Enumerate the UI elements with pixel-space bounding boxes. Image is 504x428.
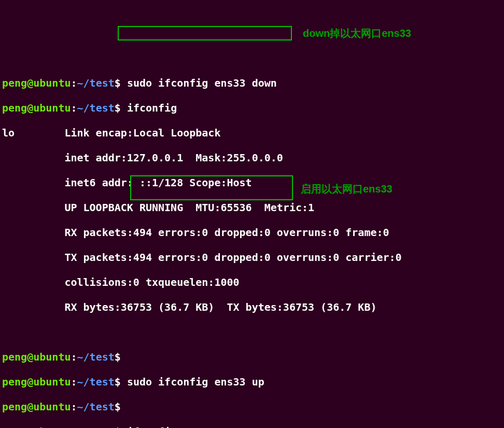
terminal-line[interactable]: peng@ubuntu:~/test$ <box>2 401 502 413</box>
command-ifconfig-1: ifconfig <box>127 102 177 114</box>
prompt-at: @ <box>27 351 33 363</box>
output-line: TX packets:494 errors:0 dropped:0 overru… <box>2 251 502 264</box>
terminal-line[interactable]: peng@ubuntu:~/test$ sudo ifconfig ens33 … <box>2 77 502 89</box>
prompt-at: @ <box>27 376 33 388</box>
prompt-slash: / <box>83 401 90 413</box>
prompt-host: ubuntu <box>33 102 71 114</box>
prompt-user: peng <box>2 376 27 388</box>
terminal-line[interactable]: peng@ubuntu:~/test$ ifconfig <box>2 102 502 114</box>
prompt-user: peng <box>2 425 27 428</box>
prompt-user: peng <box>2 351 27 363</box>
terminal-line[interactable]: peng@ubuntu:~/test$ ifconfig <box>2 425 502 428</box>
output-line: inet addr:127.0.0.1 Mask:255.0.0.0 <box>2 151 502 164</box>
prompt-dir: test <box>90 425 115 428</box>
prompt-colon: : <box>71 102 77 114</box>
prompt-dollar: $ <box>115 376 121 388</box>
prompt-tilde: ~ <box>77 77 83 89</box>
prompt-tilde: ~ <box>77 102 83 114</box>
prompt-dir: test <box>90 351 115 363</box>
terminal-line[interactable]: peng@ubuntu:~/test$ <box>2 351 502 363</box>
prompt-user: peng <box>2 77 27 89</box>
output-line: RX bytes:36753 (36.7 KB) TX bytes:36753 … <box>2 301 502 313</box>
prompt-dir: test <box>90 77 115 89</box>
prompt-dollar: $ <box>115 102 121 114</box>
prompt-colon: : <box>71 425 77 428</box>
prompt-colon: : <box>71 351 77 363</box>
prompt-at: @ <box>27 401 33 413</box>
output-line: lo Link encap:Local Loopback <box>2 127 502 139</box>
prompt-host: ubuntu <box>33 401 71 413</box>
prompt-tilde: ~ <box>77 376 83 388</box>
prompt-at: @ <box>27 77 33 89</box>
prompt-slash: / <box>83 425 90 428</box>
prompt-dollar: $ <box>115 351 121 363</box>
prompt-tilde: ~ <box>77 401 83 413</box>
prompt-dollar: $ <box>115 77 121 89</box>
prompt-user: peng <box>2 102 27 114</box>
prompt-colon: : <box>71 376 77 388</box>
prompt-host: ubuntu <box>33 77 71 89</box>
command-ifconfig-2: ifconfig <box>127 425 177 428</box>
command-up: sudo ifconfig ens33 up <box>127 376 264 388</box>
output-line: collisions:0 txqueuelen:1000 <box>2 276 502 288</box>
prompt-dir: test <box>90 376 115 388</box>
output-line: inet6 addr: ::1/128 Scope:Host <box>2 176 502 189</box>
prompt-tilde: ~ <box>77 425 83 428</box>
prompt-dir: test <box>90 401 115 413</box>
prompt-at: @ <box>27 425 33 428</box>
prompt-colon: : <box>71 77 77 89</box>
prompt-at: @ <box>27 102 33 114</box>
prompt-dollar: $ <box>115 425 121 428</box>
output-line: RX packets:494 errors:0 dropped:0 overru… <box>2 226 502 239</box>
prompt-colon: : <box>71 401 77 413</box>
prompt-slash: / <box>83 351 90 363</box>
prompt-host: ubuntu <box>33 351 71 363</box>
terminal-window[interactable]: { "prompt": { "user": "peng", "at": "@",… <box>0 25 504 428</box>
terminal-line[interactable]: peng@ubuntu:~/test$ sudo ifconfig ens33 … <box>2 376 502 388</box>
annotation-down: down掉以太网口ens33 <box>303 27 411 39</box>
annotation-up: 启用以太网口ens33 <box>301 183 393 195</box>
prompt-user: peng <box>2 401 27 413</box>
prompt-slash: / <box>83 77 90 89</box>
prompt-host: ubuntu <box>33 376 71 388</box>
prompt-host: ubuntu <box>33 425 71 428</box>
highlight-box-down <box>118 26 292 40</box>
command-down: sudo ifconfig ens33 down <box>127 77 277 89</box>
prompt-tilde: ~ <box>77 351 83 363</box>
output-line: UP LOOPBACK RUNNING MTU:65536 Metric:1 <box>2 201 502 214</box>
blank-line <box>2 326 502 338</box>
prompt-slash: / <box>83 102 90 114</box>
prompt-slash: / <box>83 376 90 388</box>
prompt-dollar: $ <box>115 401 121 413</box>
prompt-dir: test <box>90 102 115 114</box>
